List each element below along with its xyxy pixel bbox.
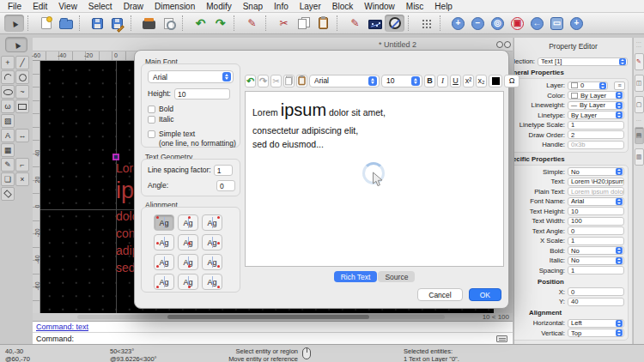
text-angle-input[interactable]: 0 bbox=[568, 226, 624, 235]
text-width-input[interactable]: 100 bbox=[568, 217, 624, 226]
save-button[interactable] bbox=[88, 15, 107, 32]
tab-source[interactable]: Source bbox=[378, 271, 415, 282]
dock-block-edit-button[interactable]: ✎ bbox=[635, 53, 644, 70]
keyboard-icon[interactable] bbox=[496, 335, 507, 342]
zoom-selection-button[interactable]: ▣ bbox=[507, 15, 527, 32]
print-button[interactable] bbox=[139, 15, 159, 32]
text-tool-button[interactable]: A bbox=[1, 129, 15, 142]
grid-toggle-button[interactable] bbox=[416, 15, 436, 32]
pan-button[interactable]: + bbox=[567, 15, 586, 32]
spline-tool-button[interactable]: ~ bbox=[15, 85, 29, 99]
editor-cut-button[interactable]: ✂ bbox=[270, 75, 282, 87]
menu-block[interactable]: Block bbox=[332, 2, 353, 11]
editor-font-select[interactable]: Arial bbox=[309, 75, 380, 87]
align-middle-center-button[interactable]: Ag bbox=[178, 234, 198, 250]
align-top-right-button[interactable]: Ag bbox=[202, 214, 222, 231]
menu-view[interactable]: View bbox=[58, 2, 77, 11]
ok-button[interactable]: OK bbox=[469, 288, 501, 301]
text-height-input[interactable]: 10 bbox=[568, 207, 624, 215]
delete-button[interactable]: ✎ bbox=[242, 15, 262, 32]
menu-dimension[interactable]: Dimension bbox=[155, 2, 195, 11]
new-file-button[interactable] bbox=[36, 15, 56, 32]
editor-undo-button[interactable]: ↶ bbox=[245, 75, 256, 87]
selection-reference-handle[interactable] bbox=[112, 154, 119, 160]
horizontal-scrollbar-thumb[interactable] bbox=[167, 315, 369, 319]
paste-button[interactable] bbox=[313, 15, 333, 32]
lineweight-select[interactable]: —By Layer bbox=[568, 101, 624, 110]
print-preview-button[interactable] bbox=[159, 15, 179, 32]
dock-property-editor-button[interactable]: ▤ bbox=[635, 127, 644, 144]
linetype-select[interactable]: By Layer bbox=[568, 111, 624, 119]
auto-zoom-button[interactable]: ◎ bbox=[488, 15, 507, 32]
menu-modify[interactable]: Modify bbox=[206, 2, 231, 11]
undo-button[interactable]: ↶ bbox=[191, 15, 210, 32]
linetype-scale-input[interactable]: 1 bbox=[568, 121, 624, 130]
align-base-center-button[interactable]: Ag bbox=[178, 254, 198, 270]
polyline-tool-button[interactable]: ω bbox=[1, 100, 15, 113]
align-top-left-button[interactable]: Ag bbox=[154, 214, 174, 231]
menu-misc[interactable]: Misc bbox=[406, 2, 424, 11]
cut-button[interactable]: ✂ bbox=[274, 15, 294, 32]
draw-order-input[interactable]: 2 bbox=[568, 130, 624, 139]
hatch-tool-button[interactable]: ▨ bbox=[1, 114, 15, 128]
color-select[interactable]: By Layer bbox=[568, 91, 624, 100]
menu-window[interactable]: Window bbox=[364, 2, 395, 11]
editor-paste-button[interactable] bbox=[296, 75, 307, 87]
tab-rich-text[interactable]: Rich Text bbox=[334, 271, 378, 282]
trim-tool-button[interactable]: ⌐ bbox=[15, 158, 29, 172]
dock-clipboard-button[interactable]: ▥ bbox=[635, 148, 644, 166]
simple-select[interactable]: No bbox=[568, 167, 624, 176]
align-middle-right-button[interactable]: Ag bbox=[202, 234, 222, 250]
open-file-button[interactable] bbox=[56, 15, 76, 32]
dock-view-button[interactable]: ▢ bbox=[635, 96, 644, 113]
circle-tool-button[interactable] bbox=[15, 70, 29, 84]
align-middle-left-button[interactable]: Ag bbox=[154, 234, 174, 250]
command-input-row[interactable]: Command: bbox=[33, 332, 513, 344]
line-spacing-input[interactable]: 1 bbox=[214, 165, 233, 176]
window-zoom-button[interactable]: ▭ bbox=[547, 15, 567, 32]
point-tool-button[interactable]: + bbox=[1, 56, 15, 69]
modify-tool-button[interactable]: ✎ bbox=[1, 158, 15, 172]
zoom-in-button[interactable]: + bbox=[448, 15, 468, 32]
spacing-input[interactable]: 1 bbox=[568, 266, 624, 275]
dimension-tool-button[interactable]: ↔ bbox=[15, 129, 29, 142]
editor-italic-button[interactable]: I bbox=[437, 75, 448, 87]
editor-redo-button[interactable]: ↷ bbox=[258, 75, 269, 87]
application-preferences-button[interactable] bbox=[365, 15, 385, 32]
previous-view-button[interactable]: ← bbox=[527, 15, 547, 32]
align-base-right-button[interactable]: Ag bbox=[202, 254, 222, 270]
copy-button[interactable] bbox=[294, 15, 313, 32]
float-window-button[interactable] bbox=[496, 41, 503, 48]
menu-edit[interactable]: Edit bbox=[33, 2, 47, 11]
editor-superscript-button[interactable]: x² bbox=[463, 75, 474, 87]
image-tool-button[interactable]: ▦ bbox=[1, 143, 15, 157]
layer-select[interactable]: 0 bbox=[568, 81, 608, 90]
layer-list-button[interactable]: ≡ bbox=[614, 81, 625, 90]
menu-draw[interactable]: Draw bbox=[124, 2, 143, 11]
height-input[interactable]: 10 bbox=[174, 88, 230, 100]
bold-select[interactable]: No bbox=[568, 246, 624, 255]
selection-select[interactable]: Text [1] bbox=[538, 57, 628, 66]
x-scale-input[interactable]: 1 bbox=[568, 237, 624, 245]
menu-file[interactable]: File bbox=[8, 2, 21, 11]
align-top-center-button[interactable]: Ag bbox=[178, 214, 198, 231]
menu-select[interactable]: Select bbox=[88, 2, 112, 11]
align-base-left-button[interactable]: Ag bbox=[154, 254, 174, 270]
horizontal-align-select[interactable]: Left bbox=[568, 319, 624, 328]
position-x-input[interactable]: 0 bbox=[568, 287, 624, 296]
editor-underline-button[interactable]: U bbox=[450, 75, 461, 87]
drawing-preferences-button[interactable] bbox=[385, 15, 404, 32]
angle-input[interactable]: 0 bbox=[216, 180, 235, 191]
align-bottom-center-button[interactable]: Ag bbox=[178, 274, 198, 290]
dock-library-button[interactable]: ◫ bbox=[635, 75, 644, 92]
text-code-input[interactable]: Lorem \H20;ipsum\H10; dolo bbox=[568, 178, 624, 186]
horizontal-scrollbar-track[interactable] bbox=[77, 315, 445, 319]
command-history-entry[interactable]: Command: text bbox=[36, 323, 88, 331]
rich-text-editor-area[interactable]: Lorem ipsum dolor sit amet, consectetur … bbox=[245, 91, 504, 267]
editor-copy-button[interactable] bbox=[283, 75, 295, 87]
save-as-button[interactable] bbox=[107, 15, 127, 32]
line-tool-button[interactable]: ╱ bbox=[15, 56, 29, 69]
editor-bold-button[interactable]: B bbox=[424, 75, 435, 87]
align-bottom-left-button[interactable]: Ag bbox=[154, 274, 174, 290]
italic-select[interactable]: No bbox=[568, 256, 624, 265]
